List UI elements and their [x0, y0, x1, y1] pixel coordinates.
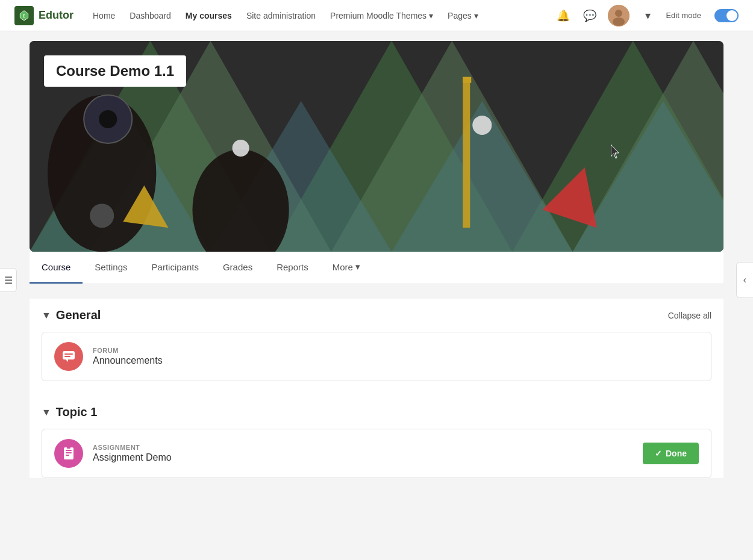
svg-rect-19	[463, 77, 471, 83]
edit-mode-toggle[interactable]	[714, 9, 739, 22]
tab-more[interactable]: More ▾	[320, 252, 372, 284]
nav-my-courses[interactable]: My courses	[186, 8, 232, 23]
tab-participants[interactable]: Participants	[140, 252, 211, 284]
nav-premium-themes[interactable]: Premium Moodle Themes ▾	[330, 8, 433, 23]
activity-assignment-type: ASSIGNMENT	[93, 444, 633, 451]
right-panel-collapse-button[interactable]: ‹	[736, 262, 753, 298]
nav-home[interactable]: Home	[93, 8, 115, 23]
course-title-badge: Course Demo 1.1	[44, 55, 186, 87]
section-general: ▼ General Collapse all FORUM A	[30, 299, 723, 381]
activity-announcements-meta: FORUM Announcements	[93, 347, 699, 366]
tab-grades[interactable]: Grades	[211, 252, 264, 284]
navbar: E Edutor Home Dashboard My courses Site …	[0, 0, 753, 31]
forum-icon	[54, 342, 83, 371]
section-general-title: ▼ General	[42, 308, 101, 322]
notification-icon[interactable]: 🔔	[555, 7, 572, 24]
svg-rect-18	[463, 77, 470, 228]
checkmark-icon: ✓	[655, 449, 662, 458]
done-button[interactable]: ✓ Done	[643, 443, 699, 464]
nav-dashboard[interactable]: Dashboard	[130, 8, 171, 23]
section-general-collapse-button[interactable]: ▼	[42, 310, 51, 321]
section-general-title-text: General	[56, 308, 101, 322]
list-icon: ☰	[4, 275, 13, 286]
tabs: Course Settings Participants Grades Repo…	[30, 252, 723, 284]
svg-rect-25	[66, 450, 72, 451]
svg-point-4	[613, 17, 625, 26]
edit-mode-label: Edit mode	[666, 11, 701, 20]
sidebar-toggle-button[interactable]: ☰	[0, 268, 17, 292]
activity-assignment-demo: ASSIGNMENT Assignment Demo ✓ Done	[42, 429, 711, 478]
course-banner: Course Demo 1.1	[30, 41, 723, 252]
svg-marker-23	[66, 359, 68, 362]
nav-pages[interactable]: Pages ▾	[448, 8, 478, 23]
activity-announcements-name[interactable]: Announcements	[93, 355, 699, 366]
nav-actions: 🔔 💬 ▾ Edit mode	[555, 5, 739, 26]
section-topic1-title: ▼ Topic 1	[42, 405, 97, 419]
svg-point-13	[90, 204, 114, 228]
svg-rect-21	[64, 353, 73, 355]
brand-logo-link[interactable]: E Edutor	[14, 6, 73, 25]
svg-rect-28	[67, 446, 70, 449]
section-topic1: ▼ Topic 1 ASSIGNMENT Assi	[30, 396, 723, 478]
section-topic1-collapse-button[interactable]: ▼	[42, 407, 51, 418]
course-content: ▼ General Collapse all FORUM A	[30, 299, 723, 478]
svg-rect-20	[63, 351, 75, 359]
chevron-down-icon: ▾	[429, 11, 433, 20]
messages-icon[interactable]: 💬	[581, 7, 598, 24]
toggle-knob	[726, 10, 737, 21]
tab-course[interactable]: Course	[30, 252, 83, 284]
svg-text:E: E	[23, 13, 26, 17]
nav-links: Home Dashboard My courses Site administr…	[93, 8, 555, 23]
svg-rect-26	[66, 452, 72, 453]
svg-rect-22	[64, 356, 70, 357]
done-label: Done	[666, 449, 687, 458]
svg-point-15	[472, 116, 492, 135]
brand-name: Edutor	[39, 9, 73, 22]
chevron-down-icon: ▾	[474, 11, 478, 20]
user-avatar[interactable]	[608, 5, 630, 26]
section-general-header: ▼ General Collapse all	[30, 299, 723, 327]
svg-point-3	[615, 10, 622, 17]
course-title-text: Course Demo 1.1	[56, 63, 174, 79]
section-topic1-title-text: Topic 1	[56, 405, 98, 419]
svg-rect-27	[66, 455, 69, 456]
activity-assignment-meta: ASSIGNMENT Assignment Demo	[93, 444, 633, 463]
svg-point-14	[233, 140, 249, 157]
activity-assignment-name[interactable]: Assignment Demo	[93, 452, 633, 463]
brand-logo-icon: E	[14, 6, 34, 25]
collapse-all-button[interactable]: Collapse all	[668, 311, 711, 320]
section-topic1-header: ▼ Topic 1	[30, 396, 723, 424]
tabs-container: Course Settings Participants Grades Repo…	[30, 252, 723, 284]
main-content: Course Demo 1.1 Course Settings Particip…	[15, 31, 738, 517]
user-menu-chevron-icon[interactable]: ▾	[639, 7, 656, 24]
assignment-icon	[54, 439, 83, 468]
tab-settings[interactable]: Settings	[83, 252, 139, 284]
chevron-left-icon: ‹	[743, 275, 746, 285]
activity-announcements-type: FORUM	[93, 347, 699, 354]
tab-reports[interactable]: Reports	[264, 252, 320, 284]
svg-point-12	[99, 110, 117, 128]
chevron-down-icon: ▾	[355, 261, 360, 272]
nav-site-admin[interactable]: Site administration	[246, 8, 316, 23]
activity-announcements: FORUM Announcements	[42, 332, 711, 381]
